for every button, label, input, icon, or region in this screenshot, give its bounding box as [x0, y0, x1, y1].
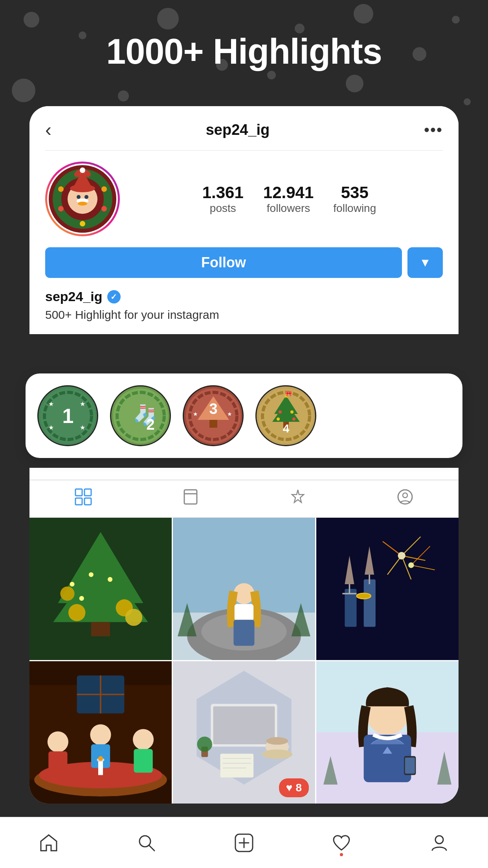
phone-card: ‹ sep24_ig •••	[29, 106, 459, 334]
svg-rect-106	[98, 761, 103, 775]
tab-collab[interactable]	[396, 488, 414, 509]
post-5[interactable]: ♥ 8	[173, 661, 315, 804]
highlight-circle-3: ★ ★ 3	[183, 385, 244, 446]
tab-grid[interactable]	[75, 488, 92, 509]
like-count: 8	[295, 782, 302, 794]
following-label: following	[333, 202, 376, 215]
svg-point-65	[70, 582, 75, 587]
svg-text:4: 4	[283, 422, 289, 435]
post-2[interactable]	[173, 518, 315, 660]
highlight-circle-4: ★ 🎀 4	[255, 385, 316, 446]
highlights-card: ★ ★ ★ ★ 1 🧦	[26, 373, 462, 458]
svg-point-119	[262, 749, 292, 759]
svg-point-14	[80, 167, 85, 173]
follow-button[interactable]: Follow	[45, 247, 402, 278]
svg-rect-101	[48, 751, 67, 775]
svg-text:2: 2	[146, 416, 154, 433]
profile-section: ‹ sep24_ig •••	[29, 106, 459, 334]
svg-line-136	[149, 845, 154, 851]
page-title: 1000+ Highlights	[0, 31, 488, 72]
svg-text:★: ★	[193, 411, 198, 417]
svg-point-6	[58, 206, 64, 211]
svg-rect-75	[233, 620, 254, 645]
avatar	[47, 164, 118, 234]
svg-point-118	[266, 737, 288, 745]
highlight-item-1[interactable]: ★ ★ ★ ★ 1	[37, 385, 98, 446]
nav-activity[interactable]	[331, 833, 352, 853]
svg-rect-88	[345, 589, 356, 627]
stat-posts: 1.361 posts	[202, 183, 244, 215]
post-1[interactable]	[29, 518, 172, 660]
posts-count: 1.361	[202, 183, 244, 202]
svg-text:1: 1	[62, 405, 73, 427]
svg-point-102	[90, 724, 111, 745]
profile-stats: 1.361 posts 12.941 followers 535 followi…	[136, 183, 443, 215]
posts-label: posts	[202, 202, 244, 215]
followers-count: 12.941	[263, 183, 314, 202]
svg-point-45	[277, 417, 280, 421]
highlight-circle-1: ★ ★ ★ ★ 1	[37, 385, 98, 446]
svg-text:3: 3	[209, 401, 217, 417]
svg-rect-50	[84, 489, 91, 496]
svg-point-63	[60, 587, 74, 601]
svg-text:★: ★	[80, 401, 85, 407]
stat-followers[interactable]: 12.941 followers	[263, 183, 314, 215]
post-4[interactable]	[29, 661, 172, 804]
svg-rect-49	[75, 489, 82, 496]
verified-badge: ✓	[107, 290, 121, 303]
svg-rect-105	[134, 749, 152, 772]
svg-text:🎀: 🎀	[285, 390, 292, 397]
svg-point-5	[80, 221, 85, 226]
nav-bar: ‹ sep24_ig •••	[45, 120, 443, 139]
highlight-item-4[interactable]: ★ 🎀 4	[255, 385, 316, 446]
bio-text: 500+ Highlight for your instagram	[45, 308, 443, 322]
activity-notification-dot	[340, 853, 343, 856]
nav-create[interactable]	[234, 833, 254, 853]
nav-home[interactable]	[39, 833, 59, 853]
follow-dropdown-button[interactable]: ▼	[407, 247, 443, 278]
svg-point-87	[408, 562, 414, 568]
tab-reels[interactable]	[182, 488, 199, 509]
dropdown-arrow-icon: ▼	[419, 256, 431, 269]
tab-bar	[29, 480, 459, 518]
svg-point-64	[125, 609, 142, 626]
nav-profile[interactable]	[429, 833, 449, 853]
svg-text:★: ★	[48, 424, 54, 431]
svg-point-95	[357, 593, 371, 599]
svg-point-18	[78, 202, 87, 206]
back-button[interactable]: ‹	[45, 120, 51, 139]
svg-rect-89	[364, 579, 376, 627]
bio-section: sep24_ig ✓ 500+ Highlight for your insta…	[45, 289, 443, 322]
svg-text:★: ★	[227, 411, 232, 417]
nav-search[interactable]	[136, 833, 157, 853]
tab-tagged[interactable]	[289, 488, 306, 509]
followers-label: followers	[263, 202, 314, 215]
svg-point-4	[101, 206, 107, 211]
post-3[interactable]	[316, 518, 459, 660]
highlight-item-3[interactable]: ★ ★ 3	[183, 385, 244, 446]
follow-row: Follow ▼	[45, 247, 443, 278]
post-6[interactable]	[316, 661, 459, 804]
svg-rect-132	[405, 758, 415, 774]
svg-rect-52	[84, 498, 91, 505]
svg-point-43	[279, 410, 282, 414]
svg-point-84	[398, 552, 405, 559]
profile-nav-username: sep24_ig	[206, 121, 270, 138]
svg-point-3	[101, 186, 107, 192]
following-count: 535	[333, 183, 376, 202]
more-options-button[interactable]: •••	[424, 121, 443, 139]
like-badge: ♥ 8	[279, 778, 309, 797]
highlight-circle-2: 🧦 2	[110, 385, 171, 446]
bio-username: sep24_ig	[45, 289, 103, 304]
avatar-ring[interactable]	[45, 162, 120, 236]
highlight-item-2[interactable]: 🧦 2	[110, 385, 171, 446]
svg-rect-51	[75, 498, 82, 505]
svg-rect-122	[220, 754, 253, 777]
stat-following[interactable]: 535 following	[333, 183, 376, 215]
svg-point-44	[290, 410, 294, 414]
post-grid: ♥ 8	[29, 518, 459, 804]
svg-point-68	[79, 596, 84, 601]
svg-point-108	[98, 756, 103, 761]
svg-point-104	[133, 729, 154, 750]
svg-point-46	[292, 417, 295, 421]
